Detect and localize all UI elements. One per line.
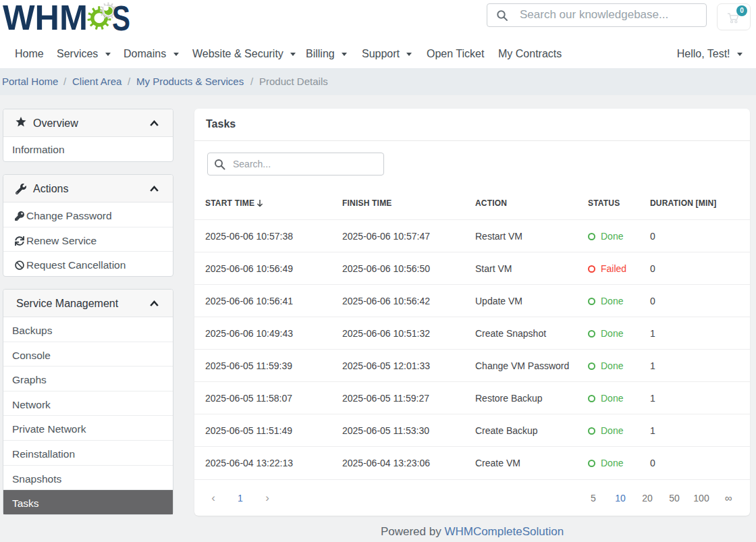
- svg-text:S: S: [112, 0, 130, 35]
- svg-text:WHM: WHM: [3, 0, 88, 35]
